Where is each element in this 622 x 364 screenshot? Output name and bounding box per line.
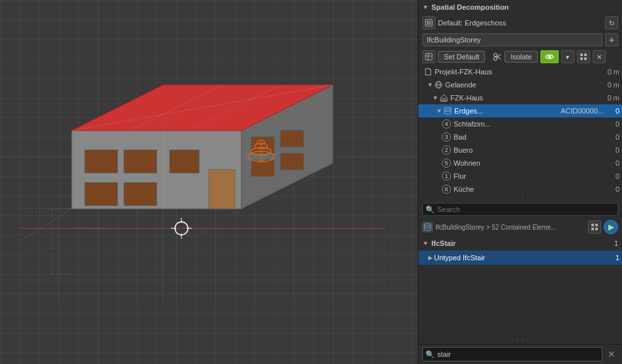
room-2-name: Buero bbox=[454, 146, 613, 154]
erdgeschoss-id: ACID00000... bbox=[561, 107, 613, 115]
tree-area: Projekt-FZK-Haus 0 m ▼ Gelaende 0 m ▼ bbox=[418, 65, 622, 196]
panel-header-row: ▼ Spatial Decomposition ::::: bbox=[418, 0, 622, 14]
add-btn[interactable]: + bbox=[605, 33, 618, 46]
grid-view-btn[interactable] bbox=[577, 50, 590, 63]
svg-rect-28 bbox=[281, 153, 303, 170]
tree-item-room-5[interactable]: 5 Wohnen 0 bbox=[418, 157, 622, 170]
grid-sm-btn[interactable] bbox=[588, 220, 601, 234]
fzkhaus-arrow: ▼ bbox=[431, 94, 439, 102]
isolate-button[interactable]: Isolate bbox=[505, 51, 537, 63]
fzkhaus-name: FZK-Haus bbox=[450, 94, 605, 102]
svg-rect-21 bbox=[170, 150, 199, 173]
ifc-type-dropdown[interactable]: IfcBuildingStorey bbox=[422, 33, 602, 46]
ifcstair-section-header[interactable]: ▼ IfcStair 1 bbox=[418, 236, 622, 250]
bottom-search-input[interactable] bbox=[422, 347, 602, 361]
default-row: Default: Erdgeschoss ↻ bbox=[418, 14, 622, 31]
svg-rect-78 bbox=[595, 224, 598, 226]
bottom-section: ▼ IfcStair 1 ▶ Untyped IfcStair 1 ⋮⋮⋮⋮ 🔍… bbox=[418, 236, 622, 364]
ifc-info-icon bbox=[422, 222, 433, 232]
gelaende-arrow: ▼ bbox=[426, 81, 434, 89]
svg-rect-77 bbox=[591, 224, 594, 226]
room-circle-4: 4 bbox=[442, 119, 451, 129]
untyped-ifcstair-name: Untyped IfcStair bbox=[434, 254, 613, 262]
room-6-name: Küche bbox=[454, 185, 613, 193]
tree-item-gelaende[interactable]: ▼ Gelaende 0 m bbox=[418, 78, 622, 91]
room-circle-6: 6 bbox=[442, 185, 451, 194]
ifcstair-collapse-icon: ▼ bbox=[422, 240, 429, 247]
room-5-name: Wohnen bbox=[454, 159, 613, 167]
search-row: 🔍 bbox=[418, 201, 622, 218]
search-wrap: 🔍 bbox=[422, 203, 618, 216]
room-2-value: 0 bbox=[615, 146, 619, 154]
tree-item-room-2[interactable]: 2 Buero 0 bbox=[418, 144, 622, 157]
refresh-btn[interactable]: ↻ bbox=[605, 16, 618, 29]
svg-rect-66 bbox=[584, 57, 587, 60]
erdgeschoss-name: Erdges... bbox=[454, 107, 561, 115]
file-icon bbox=[424, 67, 433, 76]
room-3-name: Bad bbox=[454, 133, 613, 141]
bottom-search-wrap: 🔍 bbox=[422, 347, 602, 361]
room-circle-2: 2 bbox=[442, 145, 451, 155]
tree-item-fzkhaus[interactable]: ▼ FZK-Haus 0 m bbox=[418, 91, 622, 104]
svg-rect-55 bbox=[426, 53, 432, 60]
eye-visibility-btn[interactable] bbox=[540, 50, 559, 63]
divider-dots-top: ⋮⋮⋮⋮ bbox=[418, 196, 622, 201]
navigate-btn[interactable]: ▶ bbox=[604, 220, 618, 234]
info-row: IfcBuildingStorey > 52 Contained Eleme..… bbox=[418, 218, 622, 236]
room-3-value: 0 bbox=[615, 133, 619, 141]
drag-handle: ::::: bbox=[606, 4, 618, 10]
untyped-ifcstair-row[interactable]: ▶ Untyped IfcStair 1 bbox=[418, 250, 622, 265]
scissors-icon bbox=[493, 52, 502, 61]
room-5-value: 0 bbox=[615, 159, 619, 167]
collapse-arrow-icon[interactable]: ▼ bbox=[422, 4, 429, 10]
dropdown-row: IfcBuildingStorey + bbox=[418, 31, 622, 48]
svg-rect-64 bbox=[584, 53, 587, 56]
erdgeschoss-arrow: ▼ bbox=[435, 107, 443, 115]
tree-item-room-6[interactable]: 6 Küche 0 bbox=[418, 183, 622, 196]
panel-title: Spatial Decomposition bbox=[431, 3, 509, 11]
svg-rect-19 bbox=[85, 150, 117, 173]
expand-arrow-icon: ▶ bbox=[426, 254, 434, 262]
svg-point-58 bbox=[494, 53, 497, 57]
tree-item-erdgeschoss[interactable]: ▼ Erdges... ACID00000... 0 bbox=[418, 104, 622, 117]
svg-rect-65 bbox=[580, 57, 583, 60]
tree-item-projekt[interactable]: Projekt-FZK-Haus 0 m bbox=[418, 65, 622, 78]
room-circle-3: 3 bbox=[442, 132, 451, 142]
info-text: IfcBuildingStorey > 52 Contained Eleme..… bbox=[435, 224, 585, 231]
3d-viewport[interactable] bbox=[0, 0, 418, 364]
search-input[interactable] bbox=[422, 203, 618, 216]
projekt-value: 0 m bbox=[608, 68, 619, 76]
fzkhaus-value: 0 m bbox=[608, 94, 619, 102]
default-icon-btn[interactable] bbox=[422, 16, 435, 29]
house-icon bbox=[439, 93, 448, 102]
projekt-name: Projekt-FZK-Haus bbox=[435, 68, 605, 76]
svg-rect-74 bbox=[424, 224, 431, 230]
room-circle-5: 5 bbox=[442, 159, 451, 168]
right-panel: ▼ Spatial Decomposition ::::: Default: E… bbox=[418, 0, 622, 364]
layers-icon bbox=[443, 106, 452, 115]
erdgeschoss-value: 0 bbox=[615, 107, 619, 115]
svg-point-59 bbox=[494, 57, 497, 61]
globe-icon bbox=[434, 80, 443, 89]
gelaende-name: Gelaende bbox=[445, 81, 605, 89]
svg-rect-26 bbox=[281, 130, 303, 147]
dropdown-arrow-btn[interactable]: ▾ bbox=[561, 50, 574, 63]
bottom-search-row: 🔍 ✕ bbox=[418, 344, 622, 364]
gelaende-value: 0 m bbox=[608, 81, 619, 89]
svg-rect-27 bbox=[251, 160, 274, 176]
clear-search-btn[interactable]: ✕ bbox=[605, 348, 618, 361]
close-panel-btn[interactable]: ✕ bbox=[593, 50, 606, 63]
room-circle-1: 1 bbox=[442, 172, 451, 181]
tree-item-room-1[interactable]: 1 Flur 0 bbox=[418, 170, 622, 183]
bottom-spacer bbox=[418, 265, 622, 339]
room-6-value: 0 bbox=[615, 185, 619, 193]
tree-item-room-4[interactable]: 4 Schlafzim... 0 bbox=[418, 117, 622, 130]
table-icon-btn[interactable] bbox=[422, 50, 435, 63]
svg-rect-63 bbox=[580, 53, 583, 56]
room-1-name: Flur bbox=[454, 172, 613, 180]
svg-rect-80 bbox=[595, 228, 598, 230]
set-default-button[interactable]: Set Default bbox=[438, 51, 485, 63]
tree-item-room-3[interactable]: 3 Bad 0 bbox=[418, 130, 622, 144]
svg-rect-23 bbox=[124, 183, 157, 205]
svg-rect-70 bbox=[443, 99, 445, 101]
